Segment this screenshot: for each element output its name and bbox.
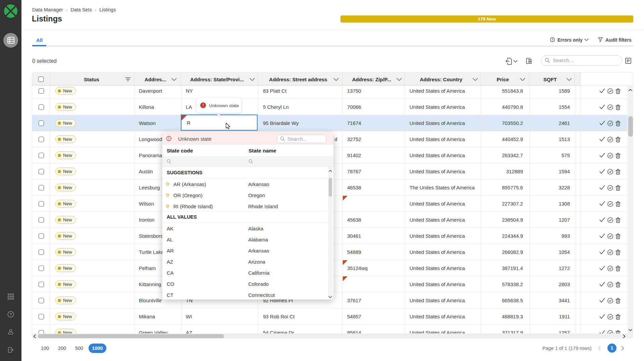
- svg-text:?: ?: [9, 312, 12, 316]
